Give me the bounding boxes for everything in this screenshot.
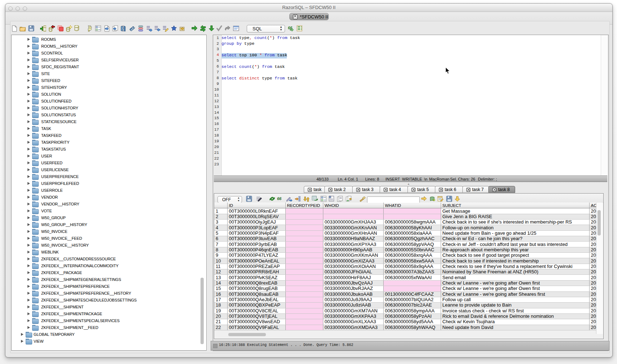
svg-text:66: 66 bbox=[277, 196, 282, 201]
